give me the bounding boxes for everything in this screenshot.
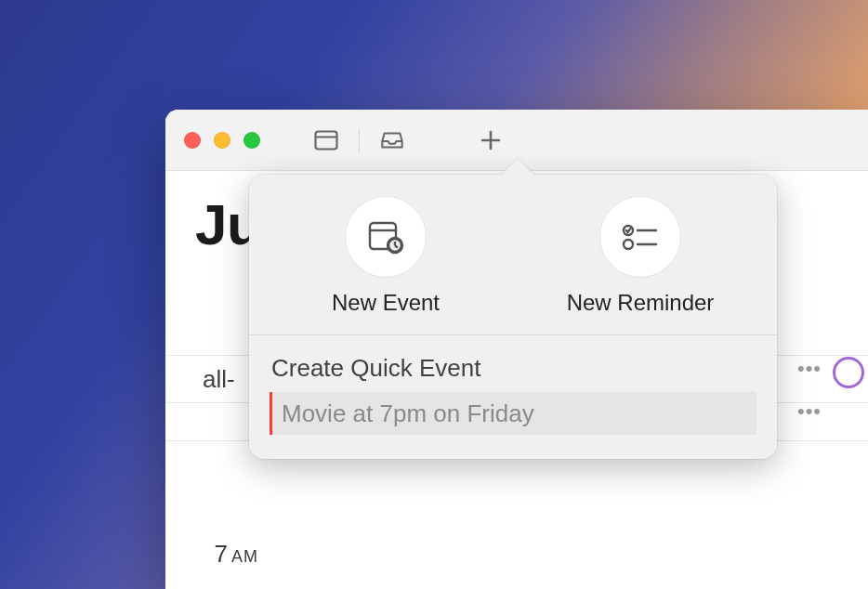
- add-button[interactable]: [479, 130, 503, 151]
- svg-line-9: [395, 246, 398, 248]
- window-traffic-lights: [184, 132, 260, 149]
- new-reminder-button[interactable]: New Reminder: [513, 197, 768, 316]
- time-label: 7 AM: [184, 540, 258, 569]
- overflow-dots[interactable]: •••: [797, 357, 822, 381]
- window-minimize-button[interactable]: [214, 132, 230, 149]
- reminder-list-icon: [600, 197, 680, 277]
- quick-event-header: Create Quick Event: [249, 354, 777, 392]
- new-event-label: New Event: [332, 290, 440, 316]
- svg-point-12: [624, 240, 633, 249]
- overflow-dots[interactable]: •••: [797, 399, 822, 424]
- window-fullscreen-button[interactable]: [243, 132, 260, 149]
- calendars-toggle-button[interactable]: [314, 130, 338, 151]
- quick-event-input-wrap: [249, 392, 777, 435]
- quick-event-input[interactable]: [270, 392, 756, 435]
- allday-label: all-: [203, 365, 235, 394]
- popover-divider: [249, 334, 777, 335]
- toolbar-separator: [359, 128, 360, 152]
- toolbar-icons: [314, 128, 503, 152]
- time-hour: 7: [215, 540, 228, 569]
- new-event-button[interactable]: New Event: [258, 197, 513, 316]
- popover-button-row: New Event New Reminder: [249, 197, 777, 334]
- time-ampm: AM: [231, 547, 258, 567]
- window-close-button[interactable]: [184, 132, 201, 149]
- time-row: 7 AM: [165, 530, 868, 578]
- add-popover: New Event New Reminder Create Quick Even…: [249, 175, 777, 459]
- desktop-background: Ju all- ••• ••• 7 AM: [0, 0, 868, 589]
- event-indicator-ring[interactable]: [833, 357, 864, 388]
- new-reminder-label: New Reminder: [567, 290, 715, 316]
- calendar-add-icon: [346, 197, 426, 277]
- svg-rect-0: [316, 131, 337, 149]
- inbox-button[interactable]: [380, 130, 404, 151]
